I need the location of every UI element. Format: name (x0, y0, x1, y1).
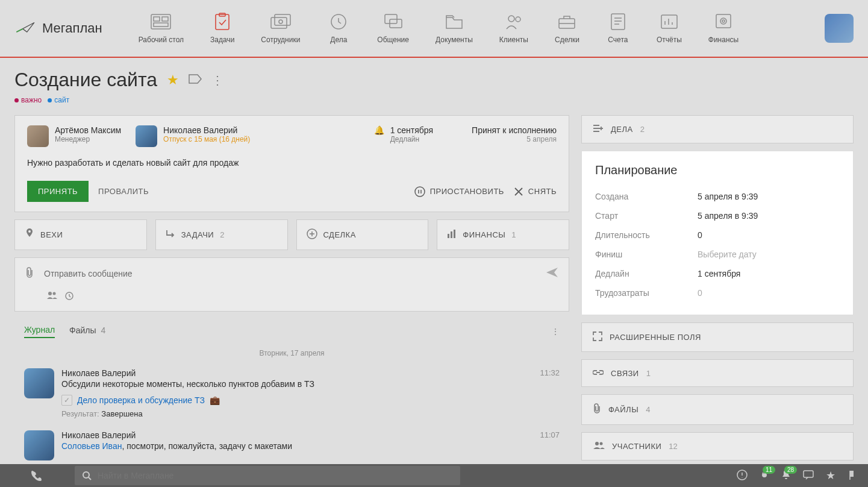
nav-chat[interactable]: Общение (377, 13, 409, 44)
svg-rect-15 (611, 14, 625, 30)
task-assignee[interactable]: Николаев Валерий Отпуск с 15 мая (16 дне… (136, 125, 250, 147)
tab-journal[interactable]: Журнал (24, 325, 55, 338)
panel-planning: Планирование Создана5 апреля в 9:39 Стар… (581, 151, 854, 315)
reminder-icon[interactable] (64, 291, 74, 303)
pin-icon (25, 228, 34, 241)
fire-icon[interactable]: 11 (760, 470, 769, 482)
search-input[interactable] (98, 471, 453, 480)
nav-finance[interactable]: Финансы (708, 13, 738, 44)
panel-participants[interactable]: УЧАСТНИКИ 12 (581, 432, 854, 460)
pause-icon (414, 186, 425, 197)
journal-entry: Николаев Валерий 11:32 Обсудили некоторы… (14, 362, 569, 424)
nav-employees[interactable]: Сотрудники (261, 13, 300, 44)
plus-circle-icon (307, 228, 317, 241)
nav-desktop[interactable]: Рабочий стол (139, 13, 184, 44)
tag-icon[interactable] (189, 74, 202, 86)
remove-button[interactable]: СНЯТЬ (514, 187, 557, 196)
accept-button[interactable]: ПРИНЯТЬ (27, 181, 89, 202)
svg-rect-7 (275, 14, 290, 25)
svg-rect-1 (154, 17, 160, 21)
svg-point-13 (516, 17, 520, 22)
invoice-icon (606, 13, 630, 31)
subtab-milestones[interactable]: ВЕХИ (14, 219, 147, 250)
subtab-finance[interactable]: ФИНАНСЫ 1 (437, 219, 569, 250)
people-icon[interactable] (46, 291, 57, 303)
task-owner[interactable]: Артёмов Максим Менеджер (27, 125, 121, 147)
logo[interactable]: Мегаплан (14, 20, 102, 36)
briefcase-icon: 💼 (210, 395, 220, 405)
bell-icon: 🔔 (374, 125, 384, 135)
svg-point-29 (595, 442, 599, 445)
page-header: Создание сайта ★ ⋮ важно сайт (0, 58, 868, 109)
nav-invoices[interactable]: Счета (606, 13, 630, 44)
svg-rect-16 (661, 15, 677, 28)
pause-button[interactable]: ПРИОСТАНОВИТЬ (414, 186, 504, 197)
brand-name: Мегаплан (42, 20, 102, 36)
flag-icon[interactable] (848, 470, 856, 482)
tab-files[interactable]: Файлы 4 (69, 325, 105, 338)
subtab-deal[interactable]: СДЕЛКА (296, 219, 429, 250)
search-icon (82, 471, 92, 480)
label-important[interactable]: важно (14, 96, 42, 104)
folder-icon (442, 13, 466, 31)
panel-files[interactable]: ФАЙЛЫ 4 (581, 394, 854, 425)
star-icon[interactable]: ★ (167, 72, 179, 88)
svg-point-19 (722, 20, 725, 22)
comment-input[interactable] (44, 269, 536, 278)
nav-deals[interactable]: Сделки (555, 13, 579, 44)
linked-task[interactable]: Дело проверка и обсуждение ТЗ (77, 395, 205, 405)
expand-icon (593, 331, 602, 343)
notif-bell-icon[interactable]: 28 (781, 470, 791, 482)
nav-clients[interactable]: Клиенты (499, 13, 528, 44)
fail-button[interactable]: ПРОВАЛИТЬ (98, 187, 149, 196)
label-site[interactable]: сайт (48, 96, 69, 104)
nav-reports[interactable]: Отчёты (657, 13, 682, 44)
svg-rect-2 (162, 17, 168, 21)
star-icon[interactable]: ★ (826, 469, 835, 482)
task-card: Артёмов Максим Менеджер Николаев Валерий… (14, 115, 569, 212)
svg-point-31 (83, 472, 89, 478)
nav: Рабочий стол Задачи Сотрудники Дела Обще… (139, 13, 738, 44)
desktop-icon (149, 13, 173, 31)
date-separator: Вторник, 17 апреля (14, 344, 569, 362)
alert-icon[interactable] (737, 470, 748, 482)
panel-links[interactable]: СВЯЗИ 1 (581, 359, 854, 387)
message-icon[interactable] (803, 470, 814, 482)
svg-point-30 (600, 442, 603, 445)
send-icon[interactable] (546, 266, 559, 280)
chat-icon (381, 13, 405, 31)
panel-deals[interactable]: ДЕЛА 2 (581, 115, 854, 143)
clock-icon (326, 13, 351, 31)
search-bar[interactable] (75, 466, 460, 485)
journal-more-icon[interactable]: ⋮ (551, 327, 560, 336)
comment-box (14, 257, 569, 312)
phone-icon[interactable] (0, 470, 72, 481)
subtabs: ВЕХИ ЗАДАЧИ 2 СДЕЛКА ФИНАНСЫ 1 (14, 219, 569, 250)
bottombar: 11 28 ★ (0, 464, 868, 487)
svg-rect-17 (716, 14, 731, 28)
nav-tasks[interactable]: Задачи (210, 13, 234, 44)
svg-rect-34 (850, 471, 854, 477)
panel-extfields[interactable]: РАСШИРЕННЫЕ ПОЛЯ (581, 322, 854, 352)
link-icon (593, 368, 604, 378)
user-avatar[interactable] (825, 14, 854, 43)
attach-icon[interactable] (25, 266, 34, 280)
chart-icon (657, 13, 681, 31)
checkbox-icon[interactable]: ✓ (61, 395, 72, 406)
clients-icon (502, 13, 526, 31)
bars-icon (447, 229, 457, 240)
subtab-tasks[interactable]: ЗАДАЧИ 2 (155, 219, 288, 250)
svg-point-8 (279, 20, 283, 24)
avatar (27, 125, 49, 147)
avatar (24, 368, 54, 398)
deadline[interactable]: 🔔 1 сентября Дедлайн (374, 125, 433, 143)
avatar (24, 430, 54, 460)
safe-icon (711, 13, 735, 31)
planning-title: Планирование (595, 163, 840, 177)
more-icon[interactable]: ⋮ (211, 73, 223, 87)
svg-point-20 (415, 187, 425, 196)
users-icon (593, 441, 605, 451)
page-title: Создание сайта (14, 69, 157, 91)
nav-docs[interactable]: Документы (436, 13, 473, 44)
nav-activities[interactable]: Дела (326, 13, 351, 44)
